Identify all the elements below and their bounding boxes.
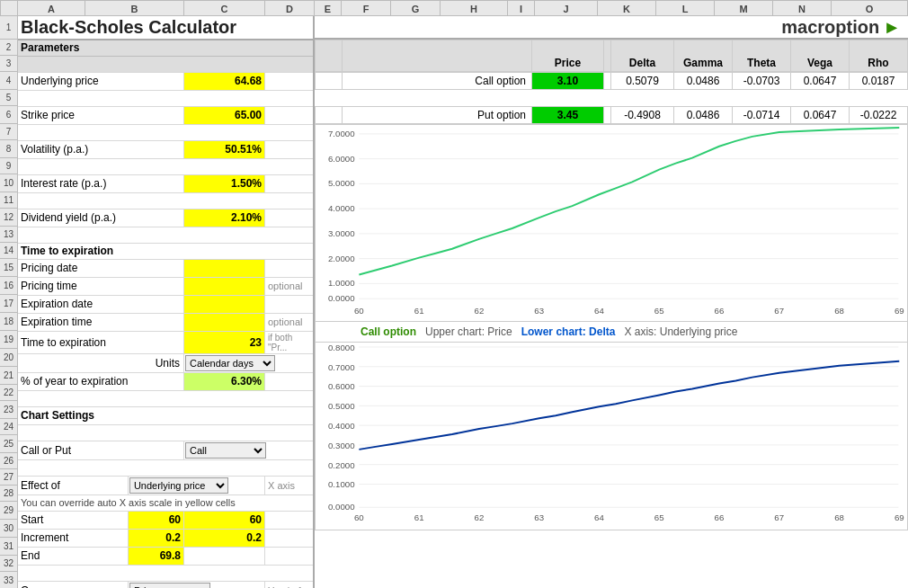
svg-text:0.5000: 0.5000	[328, 401, 355, 411]
col-j: J	[535, 0, 598, 16]
svg-text:69: 69	[895, 512, 904, 522]
svg-text:65: 65	[654, 306, 664, 316]
theta-header: Theta	[747, 57, 776, 69]
dividend-yield-row: Dividend yield (p.a.) 2.10%	[18, 209, 315, 227]
chart-settings-label: Chart Settings	[21, 409, 94, 422]
row13	[18, 227, 315, 243]
svg-text:7.0000: 7.0000	[328, 129, 355, 138]
svg-text:60: 60	[354, 306, 364, 316]
start-val1[interactable]: 60	[169, 513, 181, 526]
svg-text:69: 69	[895, 306, 904, 316]
pricing-date-row: Pricing date	[18, 259, 315, 277]
expiration-time-row: Expiration time optional	[18, 313, 315, 331]
chart-labels-row: Call option Upper chart: Price Lower cha…	[315, 322, 908, 342]
on-label: On	[21, 584, 35, 589]
pct-year-label: % of year to expiration	[21, 375, 128, 388]
col-k: K	[598, 0, 656, 16]
dividend-yield-label: Dividend yield (p.a.)	[21, 211, 116, 224]
svg-text:65: 65	[654, 512, 664, 522]
call-or-put-label: Call or Put	[21, 444, 71, 457]
time-expiration-note: if both "Pr...	[268, 333, 292, 352]
increment-val1[interactable]: 0.2	[165, 531, 181, 544]
time-expiration-value-label: Time to expiration	[21, 336, 106, 349]
volatility-label: Volatility (p.a.)	[21, 143, 88, 156]
chart-settings-header-row: Chart Settings	[18, 406, 315, 424]
col-d: D	[265, 0, 315, 16]
svg-text:63: 63	[534, 306, 544, 316]
upper-chart-container: .grid-line { stroke: #ddd; stroke-width:…	[315, 124, 908, 322]
effect-of-select[interactable]: Underlying price Volatility Time to expi…	[129, 477, 228, 494]
increment-label: Increment	[21, 531, 68, 544]
units-label: Units	[156, 357, 180, 370]
units-select[interactable]: Calendar days Trading days	[185, 355, 275, 371]
row9	[18, 158, 315, 174]
strike-price-row: Strike price 65.00	[18, 106, 315, 124]
chart-call-option-label: Call option	[361, 325, 416, 338]
interest-rate-value[interactable]: 1.50%	[231, 177, 262, 190]
time-expiration-label: Time to expiration	[21, 245, 113, 257]
col-f: F	[342, 0, 391, 16]
svg-text:67: 67	[774, 306, 784, 316]
x-axis-label: X axis	[268, 480, 295, 491]
app-title: Black-Scholes Calculator	[21, 17, 236, 37]
call-or-put-select[interactable]: Call Put	[185, 442, 266, 459]
volatility-value[interactable]: 50.51%	[225, 143, 262, 156]
row22	[18, 390, 315, 406]
increment-row: Increment 0.2 0.2	[18, 529, 315, 547]
col-o: O	[832, 0, 908, 16]
row-numbers: 1 2 3 4 5 6 7 8 9 10 11 12 13 14 15 16 1…	[0, 16, 18, 588]
col-a: A	[18, 0, 85, 16]
svg-text:63: 63	[534, 512, 544, 522]
effect-of-label: Effect of	[21, 479, 60, 492]
put-vega: 0.0647	[804, 109, 837, 121]
gamma-header: Gamma	[683, 57, 723, 69]
expiration-date-label: Expiration date	[21, 298, 93, 310]
start-label: Start	[21, 513, 43, 526]
rho-header: Rho	[868, 57, 888, 69]
on-select[interactable]: Price Delta Gamma	[129, 583, 210, 589]
svg-text:0.3000: 0.3000	[328, 441, 355, 450]
col-n: N	[773, 0, 832, 16]
increment-val2[interactable]: 0.2	[246, 531, 262, 544]
col-g: G	[391, 0, 441, 16]
spreadsheet-container: A B C D E F G H I J K L M N O 1 2 3 4 5 …	[0, 0, 908, 588]
logo-icon: ►	[883, 17, 901, 38]
pricing-time-label: Pricing time	[21, 280, 77, 292]
interest-rate-row: Interest rate (p.a.) 1.50%	[18, 174, 315, 192]
chart-xaxis-label: X axis: Underlying price	[624, 325, 737, 338]
svg-text:1.0000: 1.0000	[328, 278, 355, 288]
volatility-row: Volatility (p.a.) 50.51%	[18, 140, 315, 158]
row11	[18, 192, 315, 209]
col-h: H	[441, 0, 508, 16]
logo-text: macroption	[781, 17, 879, 38]
pricing-time-row: Pricing time optional	[18, 277, 315, 295]
column-headers: A B C D E F G H I J K L M N O	[0, 0, 908, 16]
override-note: You can override auto X axis scale in ye…	[21, 497, 236, 508]
time-expiration-value[interactable]: 23	[250, 336, 262, 349]
delta-header: Delta	[629, 57, 655, 69]
underlying-price-row: Underlying price 64.68	[18, 72, 315, 90]
svg-text:66: 66	[715, 512, 725, 522]
put-price: 3.45	[557, 109, 578, 121]
override-note-row: You can override auto X axis scale in ye…	[18, 494, 315, 511]
svg-text:68: 68	[834, 306, 844, 316]
svg-text:6.0000: 6.0000	[328, 154, 355, 164]
svg-text:3.0000: 3.0000	[328, 228, 355, 238]
svg-text:0.0000: 0.0000	[328, 502, 355, 512]
end-row: End 69.8	[18, 547, 315, 565]
svg-text:66: 66	[715, 306, 725, 316]
end-val[interactable]: 69.8	[160, 549, 181, 562]
strike-price-value[interactable]: 65.00	[235, 109, 262, 121]
dividend-yield-value[interactable]: 2.10%	[231, 211, 262, 224]
on-row: On Price Delta Gamma Y axis 1	[18, 581, 315, 588]
start-val2[interactable]: 60	[250, 513, 262, 526]
underlying-price-value[interactable]: 64.68	[235, 75, 262, 87]
svg-text:62: 62	[475, 306, 485, 316]
svg-text:0.1000: 0.1000	[328, 479, 355, 489]
col-b: B	[85, 0, 184, 16]
svg-text:68: 68	[834, 512, 844, 522]
pricing-date-label: Pricing date	[21, 262, 77, 274]
call-gamma: 0.0486	[687, 75, 720, 87]
chart-lower-label: Lower chart: Delta	[521, 325, 616, 338]
put-option-label: Put option	[477, 109, 526, 121]
